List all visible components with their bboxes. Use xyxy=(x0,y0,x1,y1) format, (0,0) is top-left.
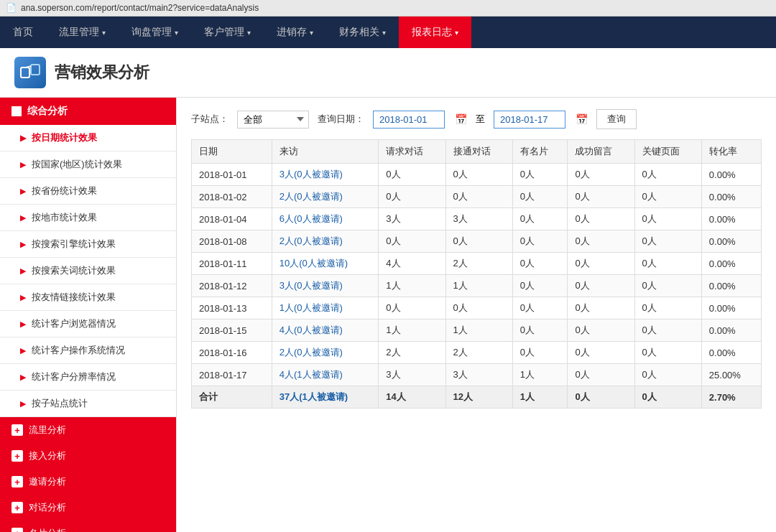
cell-date: 2018-01-17 xyxy=(192,364,272,386)
sidebar-item-friend-link-stats[interactable]: ▶ 按友情链接统计效果 xyxy=(0,284,176,311)
col-header-key: 关键页面 xyxy=(634,140,701,164)
cell-card: 1人 xyxy=(512,364,568,386)
calendar-icon[interactable]: 📅 xyxy=(455,113,467,125)
table-row: 2018-01-08 2人(0人被邀请) 0人 0人 0人 0人 0人 0.00… xyxy=(192,230,762,253)
nav-finance[interactable]: 财务相关 ▾ xyxy=(326,17,399,48)
cell-key: 0人 xyxy=(634,319,701,342)
top-nav: 首页 流里管理 ▾ 询盘管理 ▾ 客户管理 ▾ 进销存 ▾ 财务相关 ▾ 报表日… xyxy=(0,17,776,48)
cell-rate: 0.00% xyxy=(701,164,761,186)
cell-key: 0人 xyxy=(634,253,701,275)
arrow-icon: ▶ xyxy=(20,373,26,382)
sidebar-item-date-stats[interactable]: ▶ 按日期统计效果 xyxy=(0,125,176,151)
cell-request: 3人 xyxy=(379,364,445,386)
sidebar: 综合分析 ▶ 按日期统计效果 ▶ 按国家(地区)统计效果 ▶ 按省份统计效果 ▶… xyxy=(0,98,177,532)
cell-request: 4人 xyxy=(379,253,445,275)
arrow-icon: ▶ xyxy=(20,213,26,223)
cell-date: 2018-01-15 xyxy=(192,319,272,342)
cell-key: 0人 xyxy=(634,275,701,297)
date-start-input[interactable] xyxy=(373,111,445,129)
sidebar-group-card[interactable]: + 名片分析 xyxy=(0,521,176,532)
sidebar-group-invite[interactable]: + 邀请分析 xyxy=(0,469,176,495)
sidebar-section-comprehensive[interactable]: 综合分析 xyxy=(0,98,176,125)
subsite-label: 子站点： xyxy=(191,113,228,126)
sidebar-item-country-stats[interactable]: ▶ 按国家(地区)统计效果 xyxy=(0,151,176,178)
cell-request: 0人 xyxy=(379,186,445,208)
cell-connected: 1人 xyxy=(445,275,512,297)
total-card: 1人 xyxy=(512,386,568,409)
cell-request: 1人 xyxy=(379,275,445,297)
cell-msg: 0人 xyxy=(568,297,634,319)
svg-rect-1 xyxy=(31,65,40,75)
section-icon xyxy=(11,106,22,116)
calendar-icon[interactable]: 📅 xyxy=(576,113,588,125)
total-rate: 2.70% xyxy=(701,386,761,409)
plus-icon: + xyxy=(11,424,23,436)
cell-connected: 0人 xyxy=(445,186,512,208)
plus-icon: + xyxy=(11,528,23,532)
filter-bar: 子站点： 全部 查询日期： 📅 至 📅 查询 xyxy=(191,109,762,129)
cell-visit: 1人(0人被邀请) xyxy=(272,297,379,319)
col-header-card: 有名片 xyxy=(512,140,568,164)
cell-msg: 0人 xyxy=(568,186,634,208)
cell-visit: 2人(0人被邀请) xyxy=(272,230,379,253)
sidebar-group-dialog[interactable]: + 对话分析 xyxy=(0,495,176,521)
cell-connected: 2人 xyxy=(445,342,512,364)
browser-bar: 📄 ana.soperson.com/report/contact/main2?… xyxy=(0,0,776,17)
nav-inquiry[interactable]: 询盘管理 ▾ xyxy=(119,17,191,48)
cell-msg: 0人 xyxy=(568,275,634,297)
cell-request: 0人 xyxy=(379,230,445,253)
date-end-input[interactable] xyxy=(494,111,565,129)
sidebar-item-resolution-stats[interactable]: ▶ 统计客户分辨率情况 xyxy=(0,364,176,391)
chevron-down-icon: ▾ xyxy=(247,29,251,37)
sidebar-item-subsite-stats[interactable]: ▶ 按子站点统计 xyxy=(0,391,176,417)
chevron-down-icon: ▾ xyxy=(102,29,106,37)
sidebar-group-flow[interactable]: + 流里分析 xyxy=(0,417,176,443)
nav-flow[interactable]: 流里管理 ▾ xyxy=(46,17,119,48)
nav-inventory[interactable]: 进销存 ▾ xyxy=(264,17,326,48)
cell-date: 2018-01-13 xyxy=(192,297,272,319)
date-to-label: 至 xyxy=(476,113,485,126)
content-area: 子站点： 全部 查询日期： 📅 至 📅 查询 日期 来访 请求对话 接通对话 有… xyxy=(177,98,776,532)
sidebar-item-search-engine-stats[interactable]: ▶ 按搜索引擎统计效果 xyxy=(0,231,176,258)
chevron-down-icon: ▾ xyxy=(382,29,386,37)
nav-report[interactable]: 报表日志 ▾ xyxy=(399,17,471,48)
cell-rate: 0.00% xyxy=(701,186,761,208)
cell-visit: 4人(1人被邀请) xyxy=(272,364,379,386)
nav-customer[interactable]: 客户管理 ▾ xyxy=(191,17,264,48)
chevron-down-icon: ▾ xyxy=(175,29,178,37)
cell-msg: 0人 xyxy=(568,364,634,386)
cell-card: 0人 xyxy=(512,186,568,208)
cell-visit: 3人(0人被邀请) xyxy=(272,164,379,186)
table-row: 2018-01-11 10人(0人被邀请) 4人 2人 0人 0人 0人 0.0… xyxy=(192,253,762,275)
total-key: 0人 xyxy=(634,386,701,409)
arrow-icon: ▶ xyxy=(20,240,26,249)
cell-key: 0人 xyxy=(634,208,701,230)
cell-request: 0人 xyxy=(379,164,445,186)
cell-request: 3人 xyxy=(379,208,445,230)
main-layout: 综合分析 ▶ 按日期统计效果 ▶ 按国家(地区)统计效果 ▶ 按省份统计效果 ▶… xyxy=(0,98,776,532)
cell-connected: 0人 xyxy=(445,230,512,253)
sidebar-item-city-stats[interactable]: ▶ 按地市统计效果 xyxy=(0,205,176,231)
cell-request: 2人 xyxy=(379,342,445,364)
sidebar-item-browser-stats[interactable]: ▶ 统计客户浏览器情况 xyxy=(0,311,176,337)
query-button[interactable]: 查询 xyxy=(596,109,637,129)
table-row: 2018-01-17 4人(1人被邀请) 3人 3人 1人 0人 0人 25.0… xyxy=(192,364,762,386)
sidebar-item-province-stats[interactable]: ▶ 按省份统计效果 xyxy=(0,178,176,205)
sidebar-group-access[interactable]: + 接入分析 xyxy=(0,443,176,469)
cell-rate: 0.00% xyxy=(701,297,761,319)
subsite-select[interactable]: 全部 xyxy=(237,111,309,129)
cell-card: 0人 xyxy=(512,297,568,319)
cell-msg: 0人 xyxy=(568,342,634,364)
cell-card: 0人 xyxy=(512,253,568,275)
table-row: 2018-01-12 3人(0人被邀请) 1人 1人 0人 0人 0人 0.00… xyxy=(192,275,762,297)
sidebar-item-os-stats[interactable]: ▶ 统计客户操作系统情况 xyxy=(0,337,176,364)
sidebar-item-keyword-stats[interactable]: ▶ 按搜索关词统计效果 xyxy=(0,258,176,284)
plus-icon: + xyxy=(11,502,23,513)
total-label: 合计 xyxy=(192,386,272,409)
cell-rate: 0.00% xyxy=(701,230,761,253)
cell-date: 2018-01-01 xyxy=(192,164,272,186)
nav-home[interactable]: 首页 xyxy=(0,17,46,48)
cell-msg: 0人 xyxy=(568,164,634,186)
cell-rate: 0.00% xyxy=(701,253,761,275)
arrow-icon: ▶ xyxy=(20,134,26,143)
